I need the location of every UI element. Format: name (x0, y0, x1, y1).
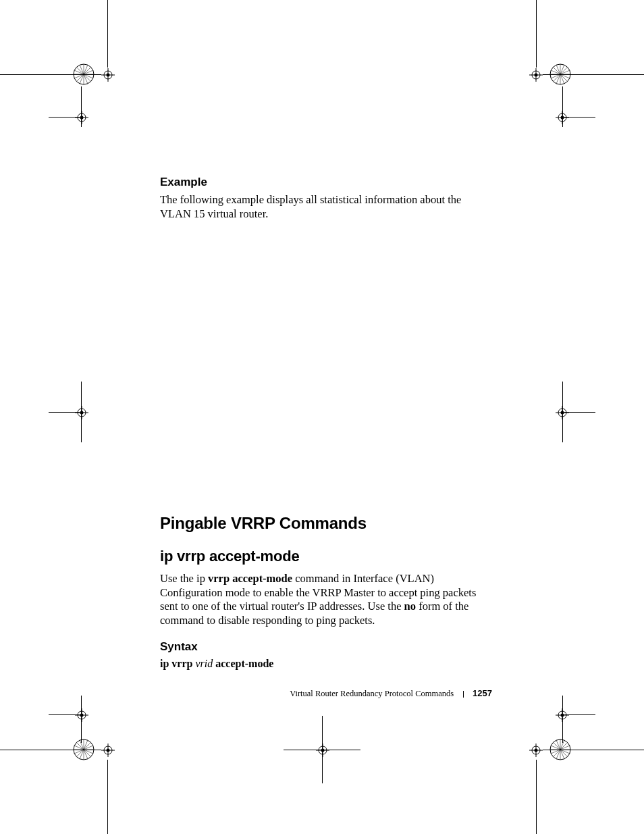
desc-cmd-bold: vrrp accept-mode (208, 572, 292, 585)
crosshair-icon (316, 744, 329, 757)
desc-no-bold: no (404, 600, 416, 613)
desc-text: Use the ip (160, 572, 208, 585)
footer-chapter: Virtual Router Redundancy Protocol Comma… (290, 689, 454, 698)
page-footer: Virtual Router Redundancy Protocol Comma… (290, 688, 492, 699)
example-heading: Example (160, 176, 484, 189)
crop-line (536, 760, 537, 834)
register-mark-icon (549, 739, 571, 760)
footer-separator (463, 691, 464, 698)
crosshair-icon (101, 744, 115, 757)
syntax-heading: Syntax (160, 640, 491, 654)
crosshair-icon (75, 406, 88, 419)
crosshair-icon (556, 111, 569, 124)
footer-page-number: 1257 (473, 688, 492, 698)
crosshair-icon (75, 708, 88, 722)
accept-mode-heading: ip vrrp accept-mode (160, 548, 491, 565)
crosshair-icon (529, 744, 543, 757)
register-mark-icon (73, 739, 95, 760)
syntax-vrid: vrid (195, 658, 213, 669)
crosshair-icon (556, 708, 569, 722)
syntax-line: ip vrrp vrid accept-mode (160, 658, 491, 670)
pingable-heading: Pingable VRRP Commands (160, 514, 491, 533)
syntax-part2: accept-mode (213, 658, 273, 669)
crosshair-icon (556, 406, 569, 419)
crosshair-icon (75, 111, 88, 124)
crop-line (536, 0, 537, 68)
crosshair-icon (529, 68, 543, 82)
crop-line (107, 0, 108, 68)
accept-mode-description: Use the ip vrrp accept-mode command in I… (160, 572, 491, 628)
crop-line (107, 760, 108, 834)
register-mark-icon (549, 63, 571, 85)
register-mark-icon (73, 63, 95, 85)
syntax-part1: ip vrrp (160, 658, 195, 669)
example-paragraph: The following example displays all stati… (160, 193, 484, 221)
crosshair-icon (101, 68, 115, 82)
